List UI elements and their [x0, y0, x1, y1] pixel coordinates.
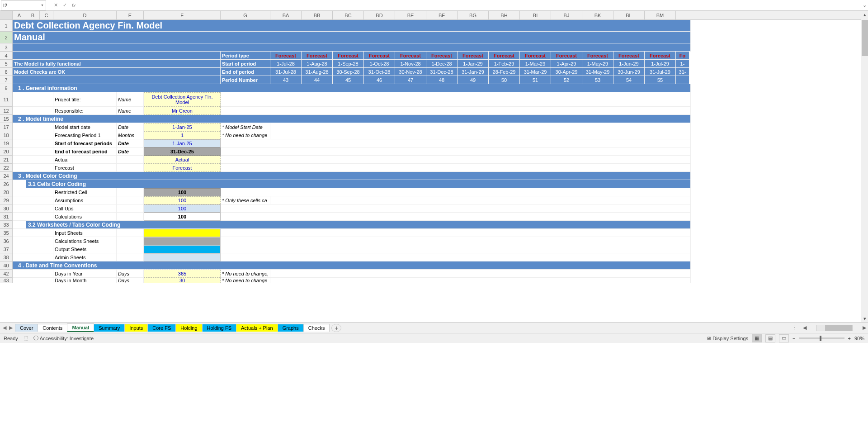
days-month-input[interactable]: 30 — [144, 278, 221, 283]
cell[interactable] — [13, 253, 53, 261]
forecast-h[interactable]: Forecast — [426, 52, 458, 60]
vertical-scrollbar[interactable]: ▴ ▾ — [861, 11, 868, 322]
scroll-down-icon[interactable]: ▾ — [861, 315, 868, 322]
forecast-h[interactable]: Forecast — [302, 52, 333, 60]
col-A[interactable]: A — [13, 11, 26, 19]
period-end[interactable]: 31- — [676, 68, 689, 76]
period-start[interactable]: 1-Oct-28 — [364, 60, 395, 68]
tab-manual[interactable]: Manual — [67, 323, 94, 332]
tab-cover[interactable]: Cover — [15, 324, 38, 332]
row-header-37[interactable]: 37 — [0, 245, 13, 253]
row-header-43[interactable]: 43 — [0, 278, 13, 283]
accessibility-button[interactable]: ⓘ Accessibility: Investigate — [33, 335, 94, 342]
row-header-1[interactable]: 1 — [0, 20, 13, 32]
view-page-break-button[interactable]: ▭ — [779, 334, 789, 342]
scroll-up-icon[interactable]: ▴ — [861, 11, 868, 18]
model-start-input[interactable]: 1-Jan-25 — [144, 123, 221, 131]
cell[interactable] — [117, 188, 144, 196]
cell[interactable] — [13, 188, 53, 196]
period-end[interactable]: 30-Sep-28 — [333, 68, 364, 76]
col-G[interactable]: G — [221, 11, 270, 19]
callups-val[interactable]: 100 — [144, 204, 221, 213]
model-start-unit[interactable]: Date — [117, 123, 144, 131]
period-start[interactable]: 1-Jul-29 — [645, 60, 676, 68]
period-end[interactable]: 30-Apr-29 — [551, 68, 582, 76]
cell[interactable] — [117, 156, 144, 164]
section-1-header[interactable]: 1 . General information — [13, 84, 691, 92]
calculations-val[interactable]: 100 — [144, 213, 221, 221]
forecast-h[interactable]: Forecast — [645, 52, 676, 60]
col-BB[interactable]: BB — [302, 11, 333, 19]
row-header-5[interactable]: 5 — [0, 60, 13, 68]
period-num[interactable]: 49 — [458, 76, 489, 84]
forecast-period-note[interactable]: * No need to change — [221, 131, 270, 139]
cell[interactable] — [117, 237, 144, 245]
col-BG[interactable]: BG — [458, 11, 489, 19]
period-num[interactable]: 51 — [520, 76, 551, 84]
row-header-19[interactable]: 19 — [0, 139, 13, 147]
row-header-11[interactable]: 11 — [0, 92, 13, 107]
cell[interactable] — [270, 131, 691, 139]
cell[interactable] — [13, 221, 26, 229]
tab-actuals-plan[interactable]: Actuals + Plan — [236, 324, 278, 332]
cell[interactable] — [13, 229, 53, 237]
period-start[interactable]: 1-Jan-29 — [458, 60, 489, 68]
grid-rows[interactable]: 1 Debt Collection Agency Fin. Model 2 Ma… — [0, 20, 868, 283]
cell[interactable] — [117, 196, 144, 204]
days-month-unit[interactable]: Days — [117, 278, 144, 283]
col-BL[interactable]: BL — [613, 11, 645, 19]
forecast-h[interactable]: Fo — [676, 52, 689, 60]
forecast-period-unit[interactable]: Months — [117, 131, 144, 139]
cell[interactable] — [13, 237, 53, 245]
section-32-header[interactable]: 3.2 Worksheets / Tabs Color Coding — [26, 221, 691, 229]
project-title-label[interactable]: Project title: — [53, 92, 117, 107]
cell[interactable] — [13, 270, 53, 278]
actual-label[interactable]: Actual — [53, 156, 117, 164]
model-start-note[interactable]: * Model Start Date — [221, 123, 270, 131]
end-forecast-label[interactable]: End of forecast period — [53, 147, 117, 156]
calc-sheets-swatch[interactable] — [144, 237, 221, 245]
assumptions-val[interactable]: 100 — [144, 196, 221, 204]
start-forecast-unit[interactable]: Date — [117, 139, 144, 147]
period-end[interactable]: 31-May-29 — [582, 68, 613, 76]
col-BC[interactable]: BC — [333, 11, 364, 19]
cell[interactable] — [13, 52, 221, 60]
tab-inputs[interactable]: Inputs — [124, 324, 148, 332]
cell[interactable] — [13, 123, 53, 131]
zoom-out-button[interactable]: − — [793, 336, 795, 341]
formula-expand-icon[interactable]: ⌄ — [861, 2, 868, 8]
cell[interactable] — [13, 139, 53, 147]
cell[interactable] — [13, 92, 53, 107]
tab-next-icon[interactable]: ▶ — [9, 325, 13, 331]
col-F[interactable]: F — [144, 11, 221, 19]
cell[interactable] — [221, 188, 691, 196]
cell[interactable] — [270, 278, 691, 283]
accept-formula-icon[interactable]: ✓ — [60, 1, 69, 10]
responsible-unit[interactable]: Name — [117, 107, 144, 115]
col-B[interactable]: B — [26, 11, 40, 19]
vertical-scroll-thumb[interactable] — [862, 20, 868, 56]
row-header-2[interactable]: 2 — [0, 32, 13, 43]
end-forecast-val[interactable]: 31-Dec-25 — [144, 147, 221, 156]
cell[interactable] — [221, 204, 691, 213]
zoom-slider[interactable] — [799, 337, 844, 339]
horizontal-scrollbar[interactable] — [816, 325, 853, 331]
period-num[interactable]: 43 — [270, 76, 302, 84]
select-all-corner[interactable] — [0, 11, 13, 19]
period-end[interactable]: 31-Jan-29 — [458, 68, 489, 76]
period-num-label[interactable]: Period Number — [221, 76, 270, 84]
forecast-h[interactable]: Forecast — [582, 52, 613, 60]
period-start[interactable]: 1-Dec-28 — [426, 60, 458, 68]
period-start[interactable]: 1-Mar-29 — [520, 60, 551, 68]
period-start[interactable]: 1-Nov-28 — [395, 60, 426, 68]
responsible-input[interactable]: Mr Creon — [144, 107, 221, 115]
output-sheets-label[interactable]: Output Sheets — [53, 245, 117, 253]
period-num[interactable]: 55 — [645, 76, 676, 84]
tab-holding[interactable]: Holding — [175, 324, 202, 332]
row-header-30[interactable]: 30 — [0, 204, 13, 213]
assumptions-label[interactable]: Assumptions — [53, 196, 117, 204]
zoom-in-button[interactable]: + — [848, 336, 851, 341]
days-year-input[interactable]: 365 — [144, 270, 221, 278]
cell[interactable] — [13, 107, 53, 115]
row-header-4[interactable]: 4 — [0, 52, 13, 60]
